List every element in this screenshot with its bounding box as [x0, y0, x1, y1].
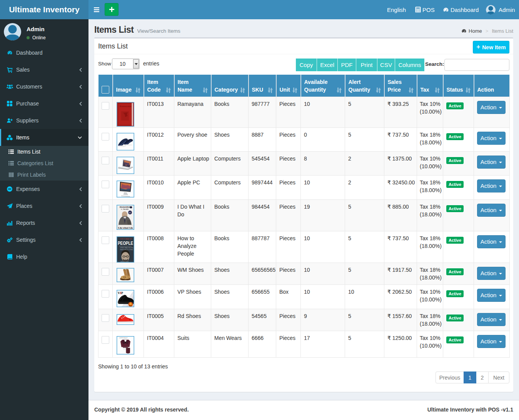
svg-text:HOW TO ANALYZE: HOW TO ANALYZE — [120, 238, 132, 239]
svg-text:RAGHURAM: RAGHURAM — [120, 206, 131, 208]
svg-text:NYT: NYT — [129, 212, 131, 213]
svg-text:HOT: HOT — [129, 305, 132, 306]
svg-text:SPEED READ PEOPLE,: SPEED READ PEOPLE, — [120, 247, 134, 249]
svg-text:G. RAJAN: G. RAJAN — [121, 208, 128, 210]
svg-text:Ramayana: Ramayana — [120, 105, 132, 107]
svg-text:I do what I do: I do what I do — [118, 226, 134, 229]
svg-text:VIP: VIP — [118, 291, 123, 295]
svg-text:PEOPLE: PEOPLE — [118, 240, 133, 246]
svg-text:GENTLEMAN: GENTLEMAN — [119, 337, 128, 339]
